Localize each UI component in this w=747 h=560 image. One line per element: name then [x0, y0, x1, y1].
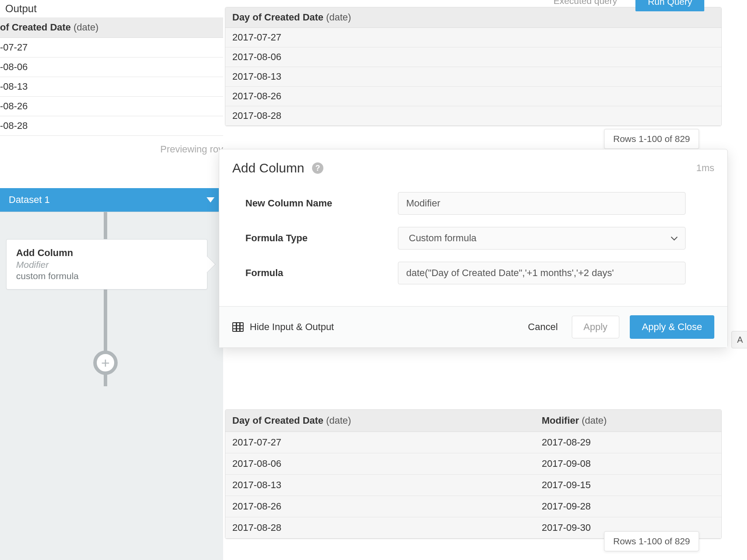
output-preview-table: Day of Created Date (date) Modifier (dat… — [225, 409, 722, 539]
formula-type-select[interactable]: Custom formula — [398, 227, 686, 250]
side-tab[interactable]: A — [731, 331, 747, 348]
cell: 2017-09-08 — [535, 453, 721, 474]
cell: 2017-09-15 — [535, 475, 721, 496]
formula-label: Formula — [245, 267, 398, 279]
executed-query-tab[interactable]: Executed query — [553, 0, 617, 6]
column-header-left: of Created Date (date) — [0, 17, 223, 38]
rows-count-badge-input: Rows 1-100 of 829 — [604, 129, 699, 149]
hide-io-label: Hide Input & Output — [250, 321, 334, 333]
cancel-button[interactable]: Cancel — [524, 316, 561, 338]
cell: 2017-08-28 — [225, 517, 535, 538]
add-step-button[interactable]: + — [93, 351, 118, 375]
dataset-header[interactable]: Dataset 1 — [0, 188, 223, 212]
formula-input[interactable] — [398, 262, 686, 284]
formula-type-label: Formula Type — [245, 233, 398, 244]
preview-rows-label: Previewing rov — [0, 136, 223, 163]
new-column-name-label: New Column Name — [245, 198, 398, 209]
output-column-header-a: Day of Created Date (date) — [225, 410, 535, 432]
table-row: -08-06 — [0, 57, 223, 77]
table-row: 2017-08-13 — [225, 67, 721, 87]
table-row: 2017-08-062017-09-08 — [225, 453, 721, 475]
pipeline-step-arrow — [198, 256, 216, 273]
rows-count-badge-output: Rows 1-100 of 829 — [604, 531, 699, 551]
hide-input-output-toggle[interactable]: Hide Input & Output — [232, 321, 334, 333]
output-column-header-b: Modifier (date) — [535, 410, 721, 432]
cell: 2017-08-06 — [225, 453, 535, 474]
table-row: 2017-07-27 — [225, 28, 721, 47]
pipeline-step-desc: custom formula — [16, 271, 197, 281]
apply-button[interactable]: Apply — [572, 316, 619, 338]
table-row: 2017-08-06 — [225, 47, 721, 67]
pipeline-step-subtitle: Modifier — [16, 260, 197, 270]
cell: 2017-09-28 — [535, 496, 721, 517]
input-preview-table: Day of Created Date (date) 2017-07-27201… — [225, 7, 722, 126]
cell: 2017-08-26 — [225, 496, 535, 517]
pipeline-step-add-column[interactable]: Add Column Modifier custom formula — [6, 239, 207, 290]
table-row: 2017-08-26 — [225, 87, 721, 106]
table-row: 2017-08-28 — [225, 106, 721, 126]
help-icon[interactable]: ? — [312, 162, 323, 174]
table-row: -08-28 — [0, 116, 223, 136]
pipeline-step-title: Add Column — [16, 247, 197, 259]
table-row: -08-13 — [0, 77, 223, 97]
table-row: 2017-07-272017-08-29 — [225, 432, 721, 453]
cell: 2017-08-13 — [225, 475, 535, 496]
pipeline-canvas: Add Column Modifier custom formula + — [0, 212, 223, 560]
modal-timer: 1ms — [696, 162, 714, 174]
cell: 2017-08-29 — [535, 432, 721, 453]
output-header-fragment: cOutput — [0, 0, 223, 17]
table-row: -07-27 — [0, 38, 223, 57]
modal-title: Add Column — [232, 161, 304, 175]
new-column-name-input[interactable] — [398, 192, 686, 215]
add-column-modal: Add Column ? 1ms New Column Name Formula… — [219, 149, 728, 348]
chevron-down-icon — [207, 197, 214, 202]
dataset-label: Dataset 1 — [9, 194, 50, 206]
table-row: 2017-08-132017-09-15 — [225, 475, 721, 496]
apply-close-button[interactable]: Apply & Close — [630, 315, 714, 339]
table-icon — [232, 322, 244, 332]
cell: 2017-07-27 — [225, 432, 535, 453]
table-row: 2017-08-262017-09-28 — [225, 496, 721, 517]
run-query-button[interactable]: Run Query — [635, 0, 704, 11]
table-row: -08-26 — [0, 97, 223, 116]
